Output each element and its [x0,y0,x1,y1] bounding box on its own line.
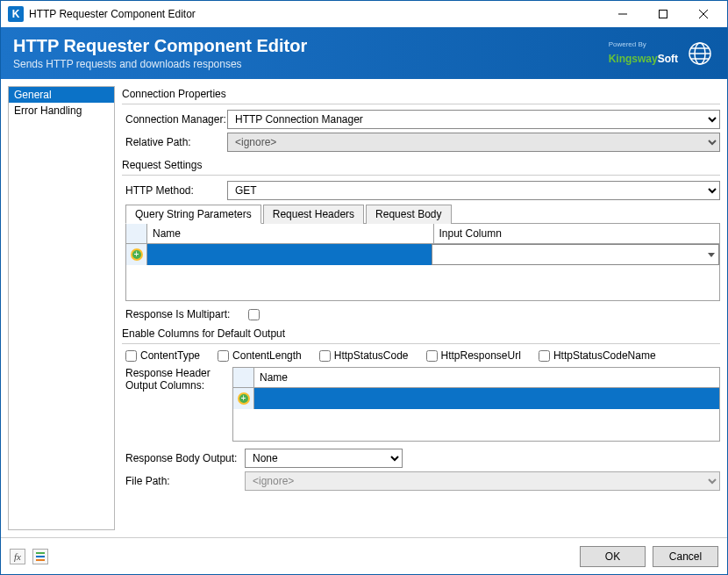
app-icon: K [8,6,24,22]
resp-add-row-icon[interactable]: + [238,392,250,405]
request-tabs: Query String Parameters Request Headers … [125,204,720,224]
relative-path-label: Relative Path: [122,136,227,148]
resp-grid-add-row[interactable]: + [233,388,719,409]
columns-tool-icon[interactable] [32,549,48,564]
checkbox-httpstatuscode[interactable]: HttpStatusCode [319,349,409,362]
response-header-output-label: Response Header Output Columns: [122,367,227,442]
main-content: Connection Properties Connection Manager… [122,86,720,530]
resp-grid-corner [233,368,254,387]
titlebar: K HTTP Requester Component Editor [1,1,727,27]
request-settings-title: Request Settings [122,159,720,171]
grid-header-input-column: Input Column [434,224,720,243]
param-name-cell[interactable] [147,244,432,265]
resp-grid-header-name: Name [254,368,719,387]
add-row-icon[interactable]: + [131,248,143,261]
header-title: HTTP Requester Component Editor [13,36,609,56]
resp-header-name-cell[interactable] [254,388,719,409]
header-subtitle: Sends HTTP requests and downloads respon… [13,58,609,70]
editor-window: K HTTP Requester Component Editor HTTP R… [0,0,728,575]
bottom-toolbar: fx OK Cancel [1,537,727,574]
brand-logo: Powered By KingswaySoft [609,41,678,66]
checkbox-httpresponseurl[interactable]: HttpResponseUrl [426,349,521,362]
nav-sidebar: General Error Handling [8,86,115,530]
sidebar-item-error-handling[interactable]: Error Handling [9,103,114,119]
tab-request-body[interactable]: Request Body [366,205,451,224]
maximize-button[interactable] [643,1,683,27]
svg-marker-9 [708,253,715,257]
query-params-grid: Name Input Column + [125,224,720,301]
checkbox-httpstatuscodename[interactable]: HttpStatusCodeName [539,349,656,362]
globe-icon[interactable] [685,39,715,68]
checkbox-contenttype[interactable]: ContentType [125,349,200,362]
tab-query-string-params[interactable]: Query String Parameters [125,205,261,224]
close-button[interactable] [683,1,724,27]
response-header-grid: Name + [232,367,720,442]
window-title: HTTP Requester Component Editor [29,8,603,20]
checkbox-contentlength[interactable]: ContentLength [218,349,302,362]
tab-request-headers[interactable]: Request Headers [263,205,364,224]
header-banner: HTTP Requester Component Editor Sends HT… [1,27,727,79]
cancel-button[interactable]: Cancel [653,546,718,567]
grid-header-name: Name [147,224,434,243]
sidebar-item-general[interactable]: General [9,87,114,103]
file-path-label: File Path: [122,475,245,487]
powered-by-label: Powered By [609,41,678,48]
ok-button[interactable]: OK [580,546,646,567]
response-body-output-select[interactable]: None [245,449,403,468]
fx-icon[interactable]: fx [10,549,25,564]
param-input-column-cell[interactable] [432,244,719,265]
response-body-output-label: Response Body Output: [122,452,245,464]
grid-corner [126,224,147,243]
relative-path-select[interactable]: <ignore> [227,133,720,152]
grid-add-row[interactable]: + [126,244,719,265]
connection-manager-select[interactable]: HTTP Connection Manager [227,110,720,129]
response-is-multipart-label: Response Is Multipart: [125,308,248,320]
svg-rect-1 [660,11,667,18]
minimize-button[interactable] [603,1,643,27]
enable-columns-title: Enable Columns for Default Output [122,327,720,340]
connection-properties-title: Connection Properties [122,88,720,100]
file-path-select: <ignore> [245,471,720,491]
http-method-select[interactable]: GET [227,181,720,200]
response-is-multipart-checkbox[interactable] [248,309,260,320]
http-method-label: HTTP Method: [122,184,227,197]
connection-manager-label: Connection Manager: [122,113,227,126]
